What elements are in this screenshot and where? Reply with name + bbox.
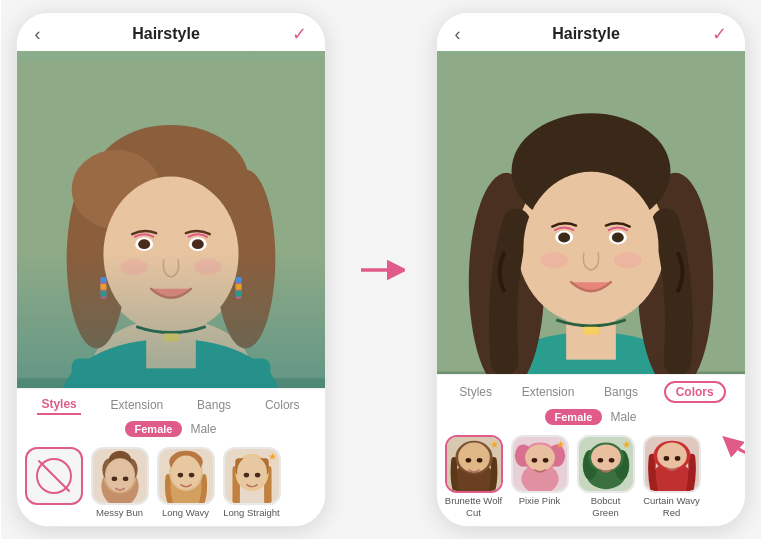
svg-point-95 bbox=[663, 456, 669, 461]
style-brunette-label: Brunette Wolf Cut bbox=[445, 495, 503, 518]
style-none-thumb bbox=[25, 447, 83, 505]
premium-star: ★ bbox=[268, 451, 277, 462]
right-gender-row: Female Male bbox=[437, 405, 745, 429]
svg-point-90 bbox=[608, 458, 614, 463]
style-pixie-pink-thumb: ★ bbox=[511, 435, 569, 493]
svg-point-34 bbox=[111, 476, 117, 481]
svg-point-10 bbox=[103, 177, 238, 332]
right-check-icon[interactable]: ✓ bbox=[712, 23, 727, 45]
style-brunette[interactable]: ★ Brunette Wolf Cut bbox=[445, 435, 503, 518]
style-curtain-red-thumb bbox=[643, 435, 701, 493]
svg-point-35 bbox=[122, 476, 128, 481]
right-tab-bangs[interactable]: Bangs bbox=[600, 383, 642, 401]
svg-point-81 bbox=[531, 458, 537, 463]
svg-point-14 bbox=[191, 239, 203, 249]
style-bobcut-green-thumb: ★ bbox=[577, 435, 635, 493]
style-curtain-red[interactable]: Curtain Wavy Red bbox=[643, 435, 701, 518]
brunette-premium-star: ★ bbox=[490, 439, 499, 450]
svg-point-73 bbox=[465, 458, 471, 463]
left-phone-title: Hairstyle bbox=[132, 25, 200, 43]
svg-point-13 bbox=[138, 239, 150, 249]
style-bobcut-green-label: Bobcut Green bbox=[577, 495, 635, 518]
right-hairstyle-row: ★ Brunette Wolf Cut bbox=[437, 429, 745, 526]
left-face-image bbox=[17, 51, 325, 388]
svg-point-33 bbox=[105, 458, 135, 492]
svg-rect-16 bbox=[100, 277, 106, 283]
style-long-straight-label: Long Straight bbox=[223, 507, 280, 518]
style-pixie-pink-label: Pixie Pink bbox=[519, 495, 561, 506]
left-back-icon[interactable]: ‹ bbox=[35, 24, 41, 45]
svg-point-94 bbox=[657, 443, 687, 469]
style-long-wavy[interactable]: Long Wavy bbox=[157, 447, 215, 518]
bobcut-premium-star: ★ bbox=[622, 439, 631, 450]
left-male-option[interactable]: Male bbox=[190, 422, 216, 436]
right-phone: ‹ Hairstyle ✓ bbox=[436, 12, 746, 527]
right-face-image bbox=[437, 51, 745, 374]
style-bobcut-green[interactable]: ★ Bobcut Green bbox=[577, 435, 635, 518]
svg-rect-3 bbox=[71, 358, 270, 387]
svg-rect-19 bbox=[235, 277, 241, 299]
style-brunette-thumb: ★ bbox=[445, 435, 503, 493]
left-tab-styles[interactable]: Styles bbox=[37, 395, 80, 415]
svg-point-1 bbox=[91, 319, 250, 388]
left-tabs: Styles Extension Bangs Colors bbox=[17, 388, 325, 417]
svg-point-49 bbox=[243, 472, 249, 477]
style-messy-bun-thumb bbox=[91, 447, 149, 505]
svg-point-72 bbox=[458, 443, 490, 473]
svg-point-48 bbox=[237, 455, 267, 489]
style-messy-bun[interactable]: Messy Bun bbox=[91, 447, 149, 518]
left-tab-colors[interactable]: Colors bbox=[261, 396, 304, 414]
style-long-straight-thumb: ★ bbox=[223, 447, 281, 505]
svg-point-41 bbox=[177, 472, 183, 477]
svg-rect-4 bbox=[146, 309, 196, 369]
svg-point-74 bbox=[476, 458, 482, 463]
right-phone-title: Hairstyle bbox=[552, 25, 620, 43]
style-none[interactable] bbox=[25, 447, 83, 507]
left-phone: ‹ Hairstyle ✓ bbox=[16, 12, 326, 527]
svg-point-2 bbox=[61, 339, 280, 388]
right-female-badge[interactable]: Female bbox=[545, 409, 603, 425]
right-tab-colors[interactable]: Colors bbox=[664, 381, 726, 403]
style-curtain-red-label: Curtain Wavy Red bbox=[643, 495, 701, 518]
left-check-icon[interactable]: ✓ bbox=[292, 23, 307, 45]
slash-circle-icon bbox=[36, 458, 72, 494]
right-back-icon[interactable]: ‹ bbox=[455, 24, 461, 45]
right-tabs: Styles Extension Bangs Colors bbox=[437, 374, 745, 405]
style-long-straight[interactable]: ★ Long Straight bbox=[223, 447, 281, 518]
svg-point-61 bbox=[523, 172, 658, 323]
right-phone-header: ‹ Hairstyle ✓ bbox=[437, 13, 745, 51]
svg-rect-21 bbox=[235, 284, 241, 290]
svg-point-50 bbox=[254, 472, 260, 477]
svg-point-82 bbox=[542, 458, 548, 463]
svg-point-42 bbox=[188, 472, 194, 477]
left-female-badge[interactable]: Female bbox=[125, 421, 183, 437]
svg-point-96 bbox=[674, 456, 680, 461]
right-tab-extension[interactable]: Extension bbox=[518, 383, 579, 401]
svg-point-68 bbox=[613, 252, 641, 268]
svg-point-40 bbox=[171, 455, 201, 489]
left-gender-row: Female Male bbox=[17, 417, 325, 441]
svg-point-89 bbox=[597, 458, 603, 463]
svg-rect-22 bbox=[235, 291, 241, 297]
right-tab-styles[interactable]: Styles bbox=[455, 383, 496, 401]
svg-rect-17 bbox=[100, 284, 106, 290]
style-messy-bun-label: Messy Bun bbox=[96, 507, 143, 518]
svg-rect-23 bbox=[163, 334, 179, 342]
svg-point-64 bbox=[558, 232, 570, 242]
svg-point-25 bbox=[193, 259, 221, 275]
pixie-premium-star: ★ bbox=[556, 439, 565, 450]
svg-point-88 bbox=[591, 445, 621, 471]
svg-rect-66 bbox=[583, 327, 599, 335]
right-male-option[interactable]: Male bbox=[610, 410, 636, 424]
left-tab-bangs[interactable]: Bangs bbox=[193, 396, 235, 414]
transition-arrow bbox=[356, 252, 406, 288]
svg-point-67 bbox=[540, 252, 568, 268]
svg-point-24 bbox=[120, 259, 148, 275]
svg-rect-18 bbox=[100, 291, 106, 297]
left-tab-extension[interactable]: Extension bbox=[107, 396, 168, 414]
svg-rect-20 bbox=[235, 277, 241, 283]
style-long-wavy-label: Long Wavy bbox=[162, 507, 209, 518]
style-pixie-pink[interactable]: ★ Pixie Pink bbox=[511, 435, 569, 506]
svg-point-65 bbox=[611, 232, 623, 242]
svg-point-80 bbox=[525, 445, 555, 471]
